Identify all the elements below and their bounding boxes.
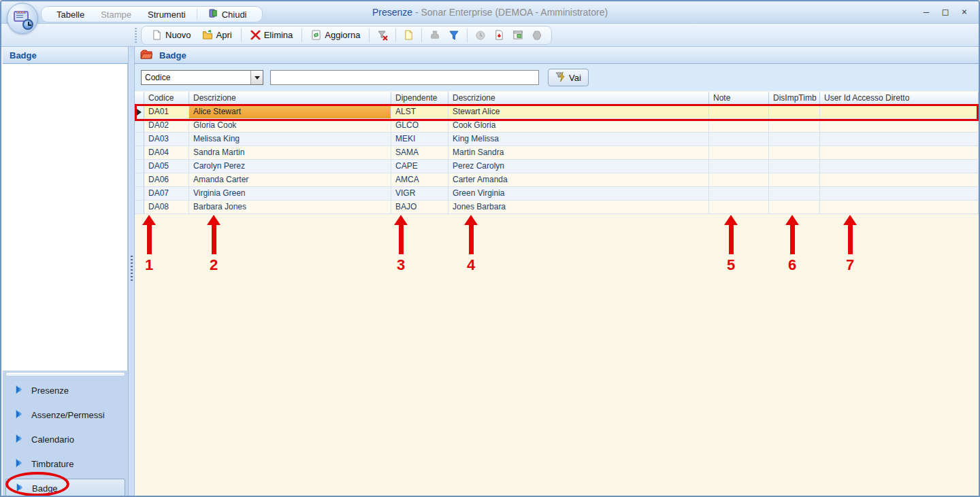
apri-button[interactable]: Apri	[197, 28, 237, 42]
row-indicator[interactable]	[135, 133, 144, 146]
table-cell[interactable]	[820, 105, 979, 119]
table-cell[interactable]: DA07	[144, 187, 189, 201]
row-indicator[interactable]	[135, 201, 144, 214]
app-menu-button[interactable]	[7, 3, 38, 34]
table-cell[interactable]: Barbara Jones	[189, 201, 391, 214]
sidebar-item-calendario[interactable]: Calendario	[5, 430, 125, 449]
sidebar-item-timbrature[interactable]: Timbrature	[5, 454, 125, 473]
table-row[interactable]: DA02Gloria CookGLCOCook Gloria	[135, 119, 979, 133]
blank-page-icon-button[interactable]	[400, 28, 417, 42]
table-cell[interactable]	[820, 160, 979, 173]
menu-tabelle[interactable]: Tabelle	[48, 8, 93, 21]
window-icon-button[interactable]	[509, 28, 527, 42]
close-button[interactable]: ×	[958, 5, 970, 18]
table-cell[interactable]: DA05	[144, 160, 189, 173]
export-icon-button[interactable]	[491, 28, 508, 42]
table-cell[interactable]: Amanda Carter	[189, 173, 391, 187]
sidebar-list-panel[interactable]	[3, 64, 128, 371]
table-cell[interactable]: VIGR	[391, 187, 448, 201]
search-field-select[interactable]: Codice	[141, 70, 263, 85]
funnel-icon-button[interactable]	[445, 28, 463, 43]
table-cell[interactable]	[709, 201, 769, 214]
table-cell[interactable]: DA06	[144, 173, 189, 187]
column-header[interactable]: Dipendente	[391, 92, 448, 105]
table-cell[interactable]: Jones Barbara	[448, 201, 709, 214]
table-row[interactable]: DA03Melissa KingMEKIKing Melissa	[135, 133, 979, 146]
menu-strumenti[interactable]: Strumenti	[140, 8, 194, 21]
table-row[interactable]: DA05Carolyn PerezCAPEPerez Carolyn	[135, 160, 979, 173]
table-cell[interactable]: AMCA	[391, 173, 448, 187]
sidebar-item-presenze[interactable]: Presenze	[5, 381, 125, 400]
table-cell[interactable]	[769, 105, 820, 119]
table-cell[interactable]: DA04	[144, 146, 189, 160]
table-cell[interactable]: Alice Stewart	[189, 105, 391, 119]
table-cell[interactable]: Carter Amanda	[448, 173, 709, 187]
table-cell[interactable]: Melissa King	[189, 133, 391, 146]
nuovo-button[interactable]: Nuovo	[147, 28, 196, 42]
table-cell[interactable]: Martin Sandra	[448, 146, 709, 160]
table-cell[interactable]: Stewart Alice	[448, 105, 709, 119]
table-cell[interactable]	[709, 173, 769, 187]
table-cell[interactable]	[769, 160, 820, 173]
table-cell[interactable]	[709, 187, 769, 201]
row-indicator[interactable]	[135, 146, 144, 160]
table-row[interactable]: DA04Sandra MartinSAMAMartin Sandra	[135, 146, 979, 160]
minimize-button[interactable]: –	[920, 5, 932, 18]
table-row[interactable]: DA08Barbara JonesBAJOJones Barbara	[135, 201, 979, 214]
table-cell[interactable]	[820, 173, 979, 187]
column-header[interactable]: Codice	[144, 92, 189, 105]
table-row[interactable]: DA01Alice StewartALSTStewart Alice	[135, 105, 979, 119]
table-cell[interactable]: CAPE	[391, 160, 448, 173]
elimina-button[interactable]: Elimina	[246, 28, 298, 42]
row-indicator[interactable]	[135, 173, 144, 187]
table-cell[interactable]: DA08	[144, 201, 189, 214]
table-cell[interactable]	[709, 105, 769, 119]
row-indicator[interactable]	[135, 105, 144, 119]
aggiorna-button[interactable]: Aggiorna	[306, 28, 365, 42]
table-cell[interactable]	[709, 133, 769, 146]
maximize-button[interactable]: □	[939, 5, 951, 18]
table-cell[interactable]: SAMA	[391, 146, 448, 160]
sidebar-item-assenze-permessi[interactable]: Assenze/Permessi	[5, 405, 125, 424]
table-cell[interactable]: MEKI	[391, 133, 448, 146]
sidebar-item-badge[interactable]: Badge	[5, 479, 125, 497]
column-header[interactable]: Note	[709, 92, 769, 105]
table-cell[interactable]: Carolyn Perez	[189, 160, 391, 173]
table-cell[interactable]: DA03	[144, 133, 189, 146]
table-cell[interactable]: Virginia Green	[189, 187, 391, 201]
table-cell[interactable]	[769, 119, 820, 133]
row-indicator[interactable]	[135, 119, 144, 133]
sidebar-horizontal-splitter[interactable]	[5, 372, 125, 377]
vertical-splitter[interactable]	[128, 47, 135, 497]
table-cell[interactable]	[769, 146, 820, 160]
toolbar-grip[interactable]	[135, 28, 137, 43]
table-cell[interactable]: DA02	[144, 119, 189, 133]
vai-button[interactable]: Vai	[548, 69, 589, 86]
table-cell[interactable]: BAJO	[391, 201, 448, 214]
row-indicator[interactable]	[135, 160, 144, 173]
table-cell[interactable]: Cook Gloria	[448, 119, 709, 133]
column-header[interactable]: Descrizione	[448, 92, 709, 105]
table-cell[interactable]: DA01	[144, 105, 189, 119]
table-cell[interactable]: Green Virginia	[448, 187, 709, 201]
table-cell[interactable]	[709, 146, 769, 160]
table-cell[interactable]	[709, 160, 769, 173]
search-input[interactable]	[270, 70, 539, 85]
table-cell[interactable]: King Melissa	[448, 133, 709, 146]
column-header[interactable]: Descrizione	[189, 92, 391, 105]
column-header[interactable]: DisImpTimb	[769, 92, 820, 105]
table-cell[interactable]: ALST	[391, 105, 448, 119]
table-cell[interactable]	[769, 173, 820, 187]
table-cell[interactable]: Sandra Martin	[189, 146, 391, 160]
table-cell[interactable]: Perez Carolyn	[448, 160, 709, 173]
table-cell[interactable]	[820, 201, 979, 214]
table-cell[interactable]	[820, 119, 979, 133]
table-cell[interactable]	[709, 119, 769, 133]
table-cell[interactable]	[820, 133, 979, 146]
table-cell[interactable]	[820, 146, 979, 160]
table-row[interactable]: DA07Virginia GreenVIGRGreen Virginia	[135, 187, 979, 201]
table-cell[interactable]	[769, 187, 820, 201]
chevron-down-icon[interactable]	[250, 71, 263, 84]
column-header[interactable]: User Id Accesso Diretto	[820, 92, 979, 105]
table-cell[interactable]	[820, 187, 979, 201]
